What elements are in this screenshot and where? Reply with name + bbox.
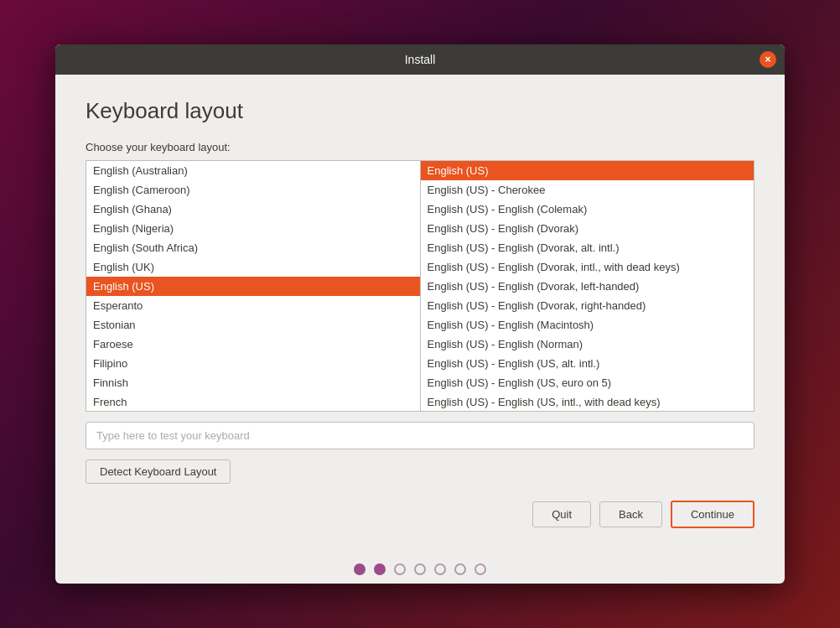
list-item[interactable]: English (US) - English (US, alt. intl.) <box>421 354 754 373</box>
list-item[interactable]: French <box>86 392 420 411</box>
list-item[interactable]: English (US) - English (US, intl., with … <box>421 392 754 411</box>
list-item[interactable]: English (Nigeria) <box>86 219 420 238</box>
window-title: Install <box>405 53 436 66</box>
list-item[interactable]: English (US) - English (Dvorak, alt. int… <box>421 238 754 257</box>
list-item[interactable]: Estonian <box>86 315 420 335</box>
close-button[interactable]: × <box>760 51 776 68</box>
choose-label: Choose your keyboard layout: <box>86 141 754 153</box>
list-item[interactable]: English (US) - English (Dvorak) <box>421 219 754 238</box>
list-item[interactable]: English (US) - English (Colemak) <box>421 200 754 219</box>
detect-keyboard-button[interactable]: Detect Keyboard Layout <box>86 459 231 484</box>
list-item[interactable]: Finnish <box>86 373 420 392</box>
keyboard-test-input[interactable] <box>86 422 754 449</box>
content-area: Keyboard layout Choose your keyboard lay… <box>55 75 785 548</box>
list-item[interactable]: English (US) - English (Macintosh) <box>421 315 754 335</box>
list-item[interactable]: Esperanto <box>86 296 420 315</box>
list-item[interactable]: English (US) - English (Dvorak, right-ha… <box>421 296 754 315</box>
list-item[interactable]: English (US) - English (Dvorak, intl., w… <box>421 257 754 277</box>
list-item[interactable]: English (South Africa) <box>86 238 420 257</box>
progress-dot-2 <box>374 563 386 575</box>
back-button[interactable]: Back <box>599 501 662 527</box>
quit-button[interactable]: Quit <box>532 501 591 527</box>
footer-buttons: Quit Back Continue <box>86 501 754 528</box>
list-item[interactable]: English (US) - English (US, euro on 5) <box>421 373 754 392</box>
progress-dot-7 <box>474 563 486 575</box>
progress-dot-5 <box>434 563 446 575</box>
progress-dots <box>55 548 785 584</box>
list-item[interactable]: English (US) <box>86 277 420 296</box>
list-item[interactable]: English (UK) <box>86 257 420 277</box>
install-window: Install × Keyboard layout Choose your ke… <box>55 44 785 584</box>
progress-dot-4 <box>414 563 426 575</box>
keyboard-lists: English (Australian)English (Cameroon)En… <box>86 160 754 412</box>
progress-dot-6 <box>454 563 466 575</box>
list-item[interactable]: English (US) - English (Norman) <box>421 335 754 354</box>
page-title: Keyboard layout <box>86 98 754 124</box>
continue-button[interactable]: Continue <box>671 501 754 528</box>
list-item[interactable]: Filipino <box>86 354 420 373</box>
list-item[interactable]: English (US) - English (Dvorak, left-han… <box>421 277 754 296</box>
list-item[interactable]: English (Ghana) <box>86 200 420 219</box>
list-item[interactable]: English (US) - Cherokee <box>421 180 754 200</box>
progress-dot-3 <box>394 563 406 575</box>
titlebar: Install × <box>55 44 785 75</box>
list-item[interactable]: Faroese <box>86 335 420 354</box>
list-item[interactable]: English (Australian) <box>86 161 420 180</box>
language-list[interactable]: English (Australian)English (Cameroon)En… <box>86 161 421 411</box>
list-item[interactable]: English (US) <box>421 161 754 180</box>
list-item[interactable]: English (Cameroon) <box>86 180 420 200</box>
progress-dot-1 <box>354 563 366 575</box>
variant-list[interactable]: English (US)English (US) - CherokeeEngli… <box>421 161 754 411</box>
